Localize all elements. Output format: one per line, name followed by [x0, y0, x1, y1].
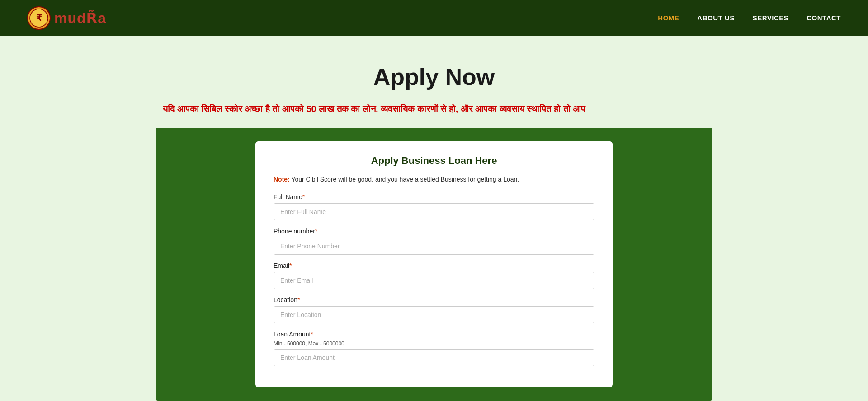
nav-link-contact[interactable]: CONTACT: [807, 14, 841, 22]
label-email: Email*: [274, 262, 594, 269]
label-phone: Phone number*: [274, 228, 594, 235]
marquee-container: यदि आपका सिबिल स्कोर अच्छा है तो आपको 50…: [163, 104, 705, 114]
form-group-fullname: Full Name*: [274, 193, 594, 220]
label-location: Location*: [274, 296, 594, 303]
form-note-label: Note:: [274, 176, 290, 183]
nav-item-about[interactable]: ABOUT US: [697, 14, 734, 22]
label-fullname: Full Name*: [274, 193, 594, 200]
label-loan: Loan Amount*: [274, 331, 594, 338]
logo-text: mudR̃a: [54, 9, 106, 27]
nav-link-services[interactable]: SERVICES: [753, 14, 789, 22]
form-card: Apply Business Loan Here Note: Your Cibi…: [255, 141, 613, 387]
required-star: *: [302, 193, 305, 200]
input-location[interactable]: [274, 306, 594, 323]
nav-links: HOME ABOUT US SERVICES CONTACT: [658, 14, 841, 22]
loan-hint: Min - 500000, Max - 5000000: [274, 340, 594, 347]
main-content: Apply Now यदि आपका सिबिल स्कोर अच्छा है …: [0, 36, 868, 401]
required-star-email: *: [289, 262, 292, 269]
form-section: Apply Business Loan Here Note: Your Cibi…: [156, 128, 712, 401]
svg-text:₹: ₹: [36, 13, 42, 23]
form-note-text: Your Cibil Score will be good, and you h…: [291, 176, 519, 183]
logo-icon: ₹: [27, 6, 51, 30]
input-loan[interactable]: [274, 349, 594, 366]
page-title: Apply Now: [373, 63, 495, 90]
form-group-loan: Loan Amount* Min - 500000, Max - 5000000: [274, 331, 594, 366]
form-title: Apply Business Loan Here: [274, 155, 594, 167]
nav-link-about[interactable]: ABOUT US: [697, 14, 734, 22]
form-group-email: Email*: [274, 262, 594, 289]
form-group-location: Location*: [274, 296, 594, 323]
required-star-phone: *: [315, 228, 317, 235]
input-fullname[interactable]: [274, 203, 594, 220]
input-email[interactable]: [274, 272, 594, 289]
nav-item-home[interactable]: HOME: [658, 14, 679, 22]
navbar: ₹ mudR̃a HOME ABOUT US SERVICES CONTACT: [0, 0, 868, 36]
nav-item-services[interactable]: SERVICES: [753, 14, 789, 22]
form-note: Note: Your Cibil Score will be good, and…: [274, 175, 594, 184]
form-group-phone: Phone number*: [274, 228, 594, 255]
input-phone[interactable]: [274, 238, 594, 255]
required-star-location: *: [297, 296, 300, 303]
nav-link-home[interactable]: HOME: [658, 14, 679, 22]
nav-item-contact[interactable]: CONTACT: [807, 14, 841, 22]
marquee-text: यदि आपका सिबिल स्कोर अच्छा है तो आपको 50…: [163, 104, 585, 114]
logo[interactable]: ₹ mudR̃a: [27, 6, 106, 30]
required-star-loan: *: [311, 331, 313, 338]
